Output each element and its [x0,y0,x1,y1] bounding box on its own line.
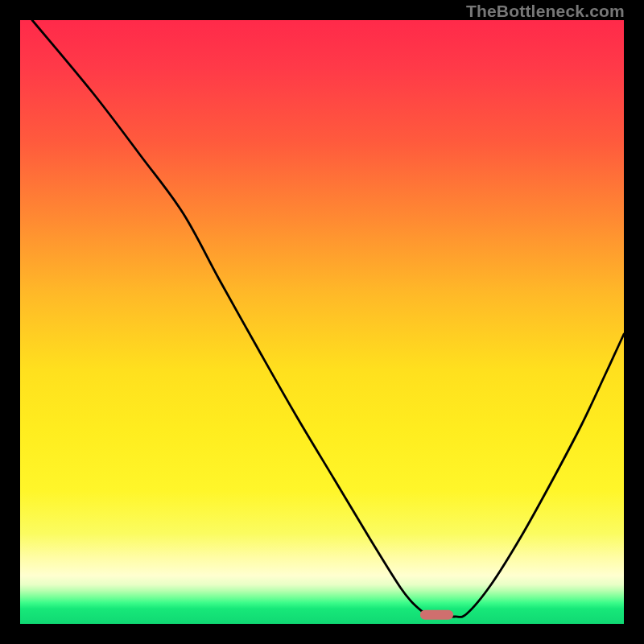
curve-line [32,20,624,617]
watermark-text: TheBottleneck.com [466,2,625,21]
bottleneck-marker [420,610,453,620]
chart-svg [20,20,624,624]
plot-area [20,20,624,624]
chart-container: TheBottleneck.com [0,0,644,644]
